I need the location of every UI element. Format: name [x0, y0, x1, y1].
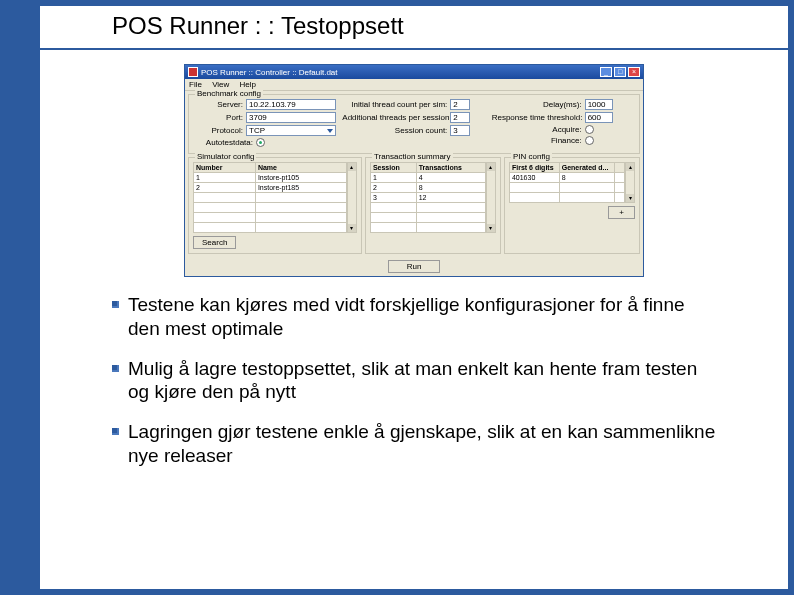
- table-row: 14: [370, 173, 485, 183]
- protocol-value: TCP: [249, 126, 265, 135]
- transaction-table[interactable]: Session Transactions 14 28 312: [370, 162, 486, 233]
- bullet-list: Testene kan kjøres med vidt forskjellige…: [112, 293, 716, 468]
- footer: side 7: [738, 573, 778, 589]
- slide-title: POS Runner : : Testoppsett: [40, 6, 788, 50]
- server-input[interactable]: 10.22.103.79: [246, 99, 336, 110]
- acquire-label: Acquire:: [492, 125, 582, 134]
- table-row: 2Instore-pt185: [194, 183, 347, 193]
- session-count-label: Session count:: [342, 126, 447, 135]
- table-row: [194, 203, 347, 213]
- menu-view[interactable]: View: [212, 80, 229, 89]
- table-row: [370, 213, 485, 223]
- table-row: 28: [370, 183, 485, 193]
- scroll-up-icon[interactable]: ▴: [626, 163, 634, 171]
- trans-col-session: Session: [370, 163, 416, 173]
- sim-col-name: Name: [255, 163, 346, 173]
- initial-threads-input[interactable]: 2: [450, 99, 470, 110]
- trans-col-trans: Transactions: [416, 163, 485, 173]
- slide-body: POS Runner : : Testoppsett POS Runner ::…: [40, 6, 788, 589]
- pin-col-first6: First 6 digits: [509, 163, 559, 173]
- pin-col-extra: [615, 163, 625, 173]
- session-count-input[interactable]: 3: [450, 125, 470, 136]
- autotest-label: Autotestdata:: [193, 138, 253, 147]
- sim-col-number: Number: [194, 163, 256, 173]
- maximize-button[interactable]: □: [614, 67, 626, 77]
- bullet-item: Lagringen gjør testene enkle å gjenskape…: [112, 420, 716, 468]
- delay-input[interactable]: 1000: [585, 99, 613, 110]
- table-row: [370, 203, 485, 213]
- simulator-legend: Simulator config: [195, 152, 256, 161]
- pin-panel: PIN config First 6 digits Generated d...…: [504, 157, 640, 254]
- benchmark-legend: Benchmark config: [195, 89, 263, 98]
- benchmark-panel: Benchmark config Server: 10.22.103.79 Po…: [188, 94, 640, 154]
- protocol-label: Protocol:: [193, 126, 243, 135]
- scroll-down-icon[interactable]: ▾: [487, 224, 495, 232]
- response-threshold-input[interactable]: 600: [585, 112, 613, 123]
- server-label: Server:: [193, 100, 243, 109]
- protocol-select[interactable]: TCP: [246, 125, 336, 136]
- menu-help[interactable]: Help: [240, 80, 256, 89]
- additional-threads-label: Additional threads per session:: [342, 113, 447, 122]
- port-label: Port:: [193, 113, 243, 122]
- scroll-up-icon[interactable]: ▴: [487, 163, 495, 171]
- delay-label: Delay(ms):: [492, 100, 582, 109]
- table-row: 1Instore-pt105: [194, 173, 347, 183]
- transaction-panel: Transaction summary Session Transactions…: [365, 157, 501, 254]
- table-row: [194, 213, 347, 223]
- pin-legend: PIN config: [511, 152, 552, 161]
- port-input[interactable]: 3709: [246, 112, 336, 123]
- initial-threads-label: Initial thread count per sim:: [342, 100, 447, 109]
- pin-table[interactable]: First 6 digits Generated d... 4016308: [509, 162, 625, 203]
- bullet-item: Mulig å lagre testoppsettet, slik at man…: [112, 357, 716, 405]
- scrollbar[interactable]: ▴ ▾: [625, 162, 635, 203]
- run-button[interactable]: Run: [388, 260, 441, 273]
- acquire-radio[interactable]: [585, 125, 594, 134]
- scroll-down-icon[interactable]: ▾: [348, 224, 356, 232]
- transaction-legend: Transaction summary: [372, 152, 453, 161]
- pin-col-gen: Generated d...: [559, 163, 614, 173]
- chevron-down-icon: [327, 129, 333, 133]
- table-row: [509, 193, 624, 203]
- autotest-radio[interactable]: [256, 138, 265, 147]
- table-row: [194, 223, 347, 233]
- finance-label: Finance:: [492, 136, 582, 145]
- app-icon: [188, 67, 198, 77]
- table-row: [509, 183, 624, 193]
- additional-threads-input[interactable]: 2: [450, 112, 470, 123]
- window-title: POS Runner :: Controller :: Default.dat: [201, 68, 338, 77]
- finance-radio[interactable]: [585, 136, 594, 145]
- scroll-down-icon[interactable]: ▾: [626, 194, 634, 202]
- window-titlebar[interactable]: POS Runner :: Controller :: Default.dat …: [185, 65, 643, 79]
- table-row: [194, 193, 347, 203]
- search-button[interactable]: Search: [193, 236, 236, 249]
- table-row: [370, 223, 485, 233]
- app-window: POS Runner :: Controller :: Default.dat …: [184, 64, 644, 277]
- scrollbar[interactable]: ▴ ▾: [347, 162, 357, 233]
- table-row: 312: [370, 193, 485, 203]
- menu-file[interactable]: File: [189, 80, 202, 89]
- footer-label: side: [738, 573, 766, 589]
- close-button[interactable]: ×: [628, 67, 640, 77]
- bullet-item: Testene kan kjøres med vidt forskjellige…: [112, 293, 716, 341]
- simulator-panel: Simulator config Number Name 1Instore-pt…: [188, 157, 362, 254]
- minimize-button[interactable]: _: [600, 67, 612, 77]
- scrollbar[interactable]: ▴ ▾: [486, 162, 496, 233]
- table-row: 4016308: [509, 173, 624, 183]
- simulator-table[interactable]: Number Name 1Instore-pt105 2Instore-pt18…: [193, 162, 347, 233]
- pin-add-button[interactable]: +: [608, 206, 635, 219]
- scroll-up-icon[interactable]: ▴: [348, 163, 356, 171]
- response-threshold-label: Response time threshold:: [492, 113, 582, 122]
- footer-page-number: 7: [770, 573, 778, 589]
